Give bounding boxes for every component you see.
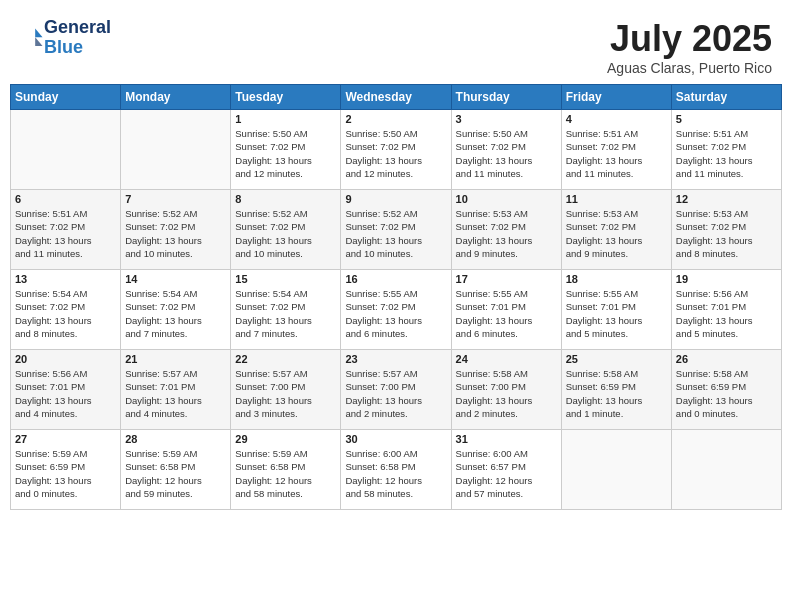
day-number: 22 — [235, 353, 336, 365]
calendar-cell: 15Sunrise: 5:54 AM Sunset: 7:02 PM Dayli… — [231, 270, 341, 350]
day-number: 24 — [456, 353, 557, 365]
day-info: Sunrise: 5:53 AM Sunset: 7:02 PM Dayligh… — [566, 207, 667, 260]
day-info: Sunrise: 5:51 AM Sunset: 7:02 PM Dayligh… — [676, 127, 777, 180]
day-number: 15 — [235, 273, 336, 285]
day-info: Sunrise: 5:50 AM Sunset: 7:02 PM Dayligh… — [456, 127, 557, 180]
month-title: July 2025 — [607, 18, 772, 60]
calendar-cell: 4Sunrise: 5:51 AM Sunset: 7:02 PM Daylig… — [561, 110, 671, 190]
day-number: 26 — [676, 353, 777, 365]
calendar-week-2: 6Sunrise: 5:51 AM Sunset: 7:02 PM Daylig… — [11, 190, 782, 270]
calendar-cell: 13Sunrise: 5:54 AM Sunset: 7:02 PM Dayli… — [11, 270, 121, 350]
calendar-cell — [561, 430, 671, 510]
day-info: Sunrise: 5:55 AM Sunset: 7:01 PM Dayligh… — [456, 287, 557, 340]
day-info: Sunrise: 5:51 AM Sunset: 7:02 PM Dayligh… — [15, 207, 116, 260]
day-info: Sunrise: 5:52 AM Sunset: 7:02 PM Dayligh… — [125, 207, 226, 260]
location: Aguas Claras, Puerto Rico — [607, 60, 772, 76]
day-number: 23 — [345, 353, 446, 365]
day-number: 7 — [125, 193, 226, 205]
day-number: 19 — [676, 273, 777, 285]
calendar-week-4: 20Sunrise: 5:56 AM Sunset: 7:01 PM Dayli… — [11, 350, 782, 430]
day-info: Sunrise: 5:56 AM Sunset: 7:01 PM Dayligh… — [15, 367, 116, 420]
day-number: 17 — [456, 273, 557, 285]
calendar-cell: 12Sunrise: 5:53 AM Sunset: 7:02 PM Dayli… — [671, 190, 781, 270]
day-info: Sunrise: 6:00 AM Sunset: 6:58 PM Dayligh… — [345, 447, 446, 500]
day-info: Sunrise: 5:54 AM Sunset: 7:02 PM Dayligh… — [235, 287, 336, 340]
day-number: 6 — [15, 193, 116, 205]
calendar-cell: 17Sunrise: 5:55 AM Sunset: 7:01 PM Dayli… — [451, 270, 561, 350]
calendar-cell — [11, 110, 121, 190]
day-number: 2 — [345, 113, 446, 125]
day-number: 3 — [456, 113, 557, 125]
calendar-cell: 25Sunrise: 5:58 AM Sunset: 6:59 PM Dayli… — [561, 350, 671, 430]
day-info: Sunrise: 5:57 AM Sunset: 7:01 PM Dayligh… — [125, 367, 226, 420]
column-header-monday: Monday — [121, 85, 231, 110]
day-info: Sunrise: 5:54 AM Sunset: 7:02 PM Dayligh… — [125, 287, 226, 340]
calendar-cell: 9Sunrise: 5:52 AM Sunset: 7:02 PM Daylig… — [341, 190, 451, 270]
day-number: 9 — [345, 193, 446, 205]
day-info: Sunrise: 5:50 AM Sunset: 7:02 PM Dayligh… — [235, 127, 336, 180]
calendar-cell: 3Sunrise: 5:50 AM Sunset: 7:02 PM Daylig… — [451, 110, 561, 190]
calendar-cell: 28Sunrise: 5:59 AM Sunset: 6:58 PM Dayli… — [121, 430, 231, 510]
calendar-week-3: 13Sunrise: 5:54 AM Sunset: 7:02 PM Dayli… — [11, 270, 782, 350]
day-number: 14 — [125, 273, 226, 285]
day-number: 28 — [125, 433, 226, 445]
day-number: 8 — [235, 193, 336, 205]
column-header-friday: Friday — [561, 85, 671, 110]
calendar-cell: 29Sunrise: 5:59 AM Sunset: 6:58 PM Dayli… — [231, 430, 341, 510]
day-number: 10 — [456, 193, 557, 205]
calendar-cell: 21Sunrise: 5:57 AM Sunset: 7:01 PM Dayli… — [121, 350, 231, 430]
day-info: Sunrise: 5:59 AM Sunset: 6:58 PM Dayligh… — [125, 447, 226, 500]
day-info: Sunrise: 5:53 AM Sunset: 7:02 PM Dayligh… — [676, 207, 777, 260]
column-header-thursday: Thursday — [451, 85, 561, 110]
calendar-cell: 6Sunrise: 5:51 AM Sunset: 7:02 PM Daylig… — [11, 190, 121, 270]
day-number: 4 — [566, 113, 667, 125]
calendar-cell — [671, 430, 781, 510]
svg-marker-1 — [35, 37, 42, 46]
calendar-cell: 2Sunrise: 5:50 AM Sunset: 7:02 PM Daylig… — [341, 110, 451, 190]
day-number: 12 — [676, 193, 777, 205]
calendar-cell: 23Sunrise: 5:57 AM Sunset: 7:00 PM Dayli… — [341, 350, 451, 430]
column-header-saturday: Saturday — [671, 85, 781, 110]
svg-marker-0 — [35, 28, 42, 37]
calendar-cell: 22Sunrise: 5:57 AM Sunset: 7:00 PM Dayli… — [231, 350, 341, 430]
calendar-cell: 8Sunrise: 5:52 AM Sunset: 7:02 PM Daylig… — [231, 190, 341, 270]
day-info: Sunrise: 6:00 AM Sunset: 6:57 PM Dayligh… — [456, 447, 557, 500]
calendar-cell: 20Sunrise: 5:56 AM Sunset: 7:01 PM Dayli… — [11, 350, 121, 430]
day-info: Sunrise: 5:54 AM Sunset: 7:02 PM Dayligh… — [15, 287, 116, 340]
day-info: Sunrise: 5:59 AM Sunset: 6:58 PM Dayligh… — [235, 447, 336, 500]
day-info: Sunrise: 5:58 AM Sunset: 6:59 PM Dayligh… — [676, 367, 777, 420]
logo-line1: General — [44, 18, 111, 38]
day-number: 30 — [345, 433, 446, 445]
logo: General Blue — [20, 18, 111, 58]
title-block: July 2025 Aguas Claras, Puerto Rico — [607, 18, 772, 76]
day-info: Sunrise: 5:52 AM Sunset: 7:02 PM Dayligh… — [345, 207, 446, 260]
day-number: 13 — [15, 273, 116, 285]
calendar-cell: 19Sunrise: 5:56 AM Sunset: 7:01 PM Dayli… — [671, 270, 781, 350]
calendar-cell: 24Sunrise: 5:58 AM Sunset: 7:00 PM Dayli… — [451, 350, 561, 430]
calendar-week-5: 27Sunrise: 5:59 AM Sunset: 6:59 PM Dayli… — [11, 430, 782, 510]
logo-icon — [22, 27, 44, 49]
calendar-cell: 31Sunrise: 6:00 AM Sunset: 6:57 PM Dayli… — [451, 430, 561, 510]
calendar-cell: 11Sunrise: 5:53 AM Sunset: 7:02 PM Dayli… — [561, 190, 671, 270]
day-info: Sunrise: 5:58 AM Sunset: 6:59 PM Dayligh… — [566, 367, 667, 420]
day-number: 20 — [15, 353, 116, 365]
day-number: 25 — [566, 353, 667, 365]
day-info: Sunrise: 5:51 AM Sunset: 7:02 PM Dayligh… — [566, 127, 667, 180]
day-info: Sunrise: 5:55 AM Sunset: 7:01 PM Dayligh… — [566, 287, 667, 340]
day-info: Sunrise: 5:50 AM Sunset: 7:02 PM Dayligh… — [345, 127, 446, 180]
logo-line2: Blue — [44, 38, 111, 58]
column-header-tuesday: Tuesday — [231, 85, 341, 110]
column-header-sunday: Sunday — [11, 85, 121, 110]
calendar-cell: 27Sunrise: 5:59 AM Sunset: 6:59 PM Dayli… — [11, 430, 121, 510]
calendar-cell: 10Sunrise: 5:53 AM Sunset: 7:02 PM Dayli… — [451, 190, 561, 270]
calendar-week-1: 1Sunrise: 5:50 AM Sunset: 7:02 PM Daylig… — [11, 110, 782, 190]
day-info: Sunrise: 5:59 AM Sunset: 6:59 PM Dayligh… — [15, 447, 116, 500]
day-number: 27 — [15, 433, 116, 445]
calendar-cell: 16Sunrise: 5:55 AM Sunset: 7:02 PM Dayli… — [341, 270, 451, 350]
calendar-cell: 7Sunrise: 5:52 AM Sunset: 7:02 PM Daylig… — [121, 190, 231, 270]
calendar: SundayMondayTuesdayWednesdayThursdayFrid… — [10, 84, 782, 510]
calendar-cell: 30Sunrise: 6:00 AM Sunset: 6:58 PM Dayli… — [341, 430, 451, 510]
day-number: 29 — [235, 433, 336, 445]
column-header-wednesday: Wednesday — [341, 85, 451, 110]
calendar-cell: 26Sunrise: 5:58 AM Sunset: 6:59 PM Dayli… — [671, 350, 781, 430]
